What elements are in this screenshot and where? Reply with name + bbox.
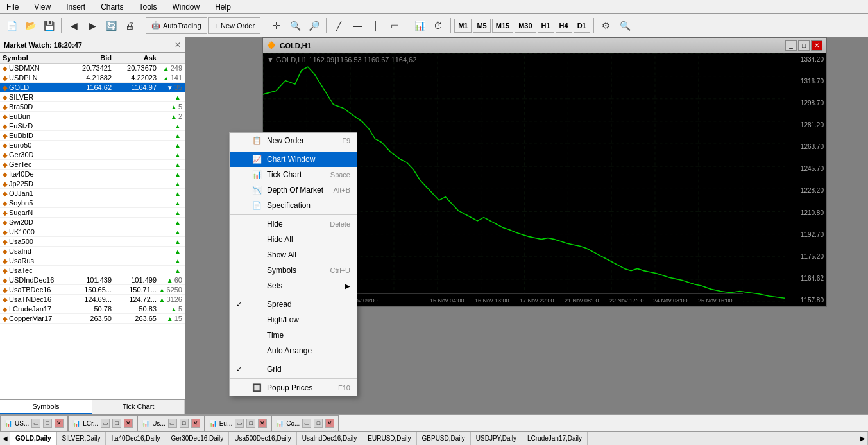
menu-help[interactable]: Help — [211, 1, 235, 13]
bottom-chart-tab[interactable]: 📊 US... ▭ □ ✕ — [0, 415, 68, 431]
ctx-item-hide[interactable]: HideDelete — [230, 216, 357, 232]
tab-maximize-btn[interactable]: □ — [112, 419, 121, 428]
ctx-item-chart-window[interactable]: 📈Chart Window — [230, 152, 357, 167]
crosshair-btn[interactable]: ✛ — [268, 17, 285, 35]
tf-m1[interactable]: M1 — [454, 19, 472, 33]
tf-d1[interactable]: D1 — [574, 19, 590, 33]
mw-row[interactable]: ◆ UsaTec ▲ — [0, 266, 185, 275]
rect-btn[interactable]: ▭ — [386, 17, 404, 35]
ctx-item-auto-arrange[interactable]: Auto Arrange — [230, 343, 357, 358]
chart-maximize-btn[interactable]: □ — [798, 40, 810, 51]
mw-row[interactable]: ◆ USDPLN 4.21882 4.22023 ▲ 141 — [0, 73, 185, 83]
mw-row[interactable]: ◆ UsaTBDec16 150.65... 150.71... ▲ 6250 — [0, 285, 185, 295]
bottom-chart-tab[interactable]: 📊 Us... ▭ □ ✕ — [137, 415, 205, 431]
mw-row[interactable]: ◆ Bra50D ▲ 5 — [0, 102, 185, 112]
chart-minimize-btn[interactable]: _ — [785, 40, 797, 51]
menu-insert[interactable]: Insert — [62, 1, 89, 13]
tab-maximize-btn[interactable]: □ — [180, 419, 189, 428]
mw-row[interactable]: ◆ EuBun ▲ 2 — [0, 112, 185, 121]
tab-restore-btn[interactable]: ▭ — [235, 419, 244, 428]
menu-view[interactable]: View — [30, 1, 55, 13]
refresh-btn[interactable]: 🔄 — [102, 17, 120, 35]
mw-row[interactable]: ◆ USDIndDec16 101.439 101.499 ▲ 60 — [0, 275, 185, 285]
ctx-item-time[interactable]: Time — [230, 327, 357, 343]
bottom-chart-tab[interactable]: 📊 Eu... ▭ □ ✕ — [205, 415, 272, 431]
mw-row[interactable]: ◆ UsaInd ▲ — [0, 247, 185, 256]
ctx-item-sets[interactable]: Sets▶ — [230, 278, 357, 293]
sym-tab-next[interactable]: ▶ — [858, 432, 868, 446]
tab-maximize-btn[interactable]: □ — [43, 419, 52, 428]
mw-row[interactable]: ◆ GOLD 1164.62 1164.97 ▼ 35 — [0, 83, 185, 92]
menu-tools[interactable]: Tools — [135, 1, 161, 13]
symbol-tab[interactable]: GBPUSD,Daily — [417, 432, 471, 446]
menu-file[interactable]: File — [3, 1, 22, 13]
ctx-item-tick-chart[interactable]: 📊Tick ChartSpace — [230, 167, 357, 182]
sym-tab-prev[interactable]: ◀ — [0, 432, 10, 446]
mw-row[interactable]: ◆ Jp225D ▲ — [0, 179, 185, 189]
new-btn[interactable]: 📄 — [3, 17, 21, 35]
save-btn[interactable]: 💾 — [40, 17, 58, 35]
ctx-item-new-order[interactable]: 📋New OrderF9 — [230, 133, 357, 148]
mw-tab-symbols[interactable]: Symbols — [0, 400, 92, 414]
autotrading-btn[interactable]: 🤖 AutoTrading — [146, 17, 207, 34]
mw-row[interactable]: ◆ USDMXN 20.73421 20.73670 ▲ 249 — [0, 64, 185, 73]
ctx-item-symbols[interactable]: SymbolsCtrl+U — [230, 263, 357, 278]
mw-row[interactable]: ◆ LCrudeJan17 50.78 50.83 ▲ 5 — [0, 304, 185, 314]
mw-row[interactable]: ◆ UsaTNDec16 124.69... 124.72... ▲ 3126 — [0, 295, 185, 304]
line-btn[interactable]: ╱ — [330, 17, 348, 35]
ctx-item-hide-all[interactable]: Hide All — [230, 232, 357, 247]
bottom-chart-tab[interactable]: 📊 LCr... ▭ □ ✕ — [68, 415, 137, 431]
symbol-tab[interactable]: USDJPY,Daily — [471, 432, 522, 446]
mw-row[interactable]: ◆ GerTec ▲ — [0, 160, 185, 170]
tab-close-btn[interactable]: ✕ — [191, 419, 200, 428]
symbol-tab[interactable]: EURUSD,Daily — [362, 432, 416, 446]
mw-row[interactable]: ◆ Ger30D ▲ — [0, 150, 185, 160]
mw-tab-tickchart[interactable]: Tick Chart — [92, 400, 185, 414]
zoom-slider[interactable]: 🔍 — [617, 17, 634, 35]
print-btn[interactable]: 🖨 — [121, 17, 139, 35]
mw-row[interactable]: ◆ OJJan1 ▲ — [0, 189, 185, 198]
settings-btn[interactable]: ⚙ — [597, 17, 615, 35]
symbol-tab[interactable]: GOLD,Daily — [10, 432, 57, 446]
tf-m5[interactable]: M5 — [473, 19, 490, 33]
ctx-item-specification[interactable]: 📄Specification — [230, 198, 357, 213]
menu-window[interactable]: Window — [169, 1, 204, 13]
symbol-tab[interactable]: LCrudeJan17,Daily — [522, 432, 588, 446]
new-order-btn[interactable]: + New Order — [208, 17, 261, 34]
mw-row[interactable]: ◆ SugarN ▲ — [0, 208, 185, 218]
bottom-chart-tab[interactable]: 📊 Co... ▭ □ ✕ — [271, 415, 339, 431]
tab-maximize-btn[interactable]: □ — [246, 419, 255, 428]
mw-row[interactable]: ◆ SILVER ▲ — [0, 92, 185, 102]
fwd-btn[interactable]: ▶ — [83, 17, 101, 35]
tab-close-btn[interactable]: ✕ — [124, 419, 133, 428]
symbol-tab[interactable]: Ger30Dec16,Daily — [166, 432, 230, 446]
vline-btn[interactable]: │ — [367, 17, 385, 35]
tf-m15[interactable]: M15 — [492, 19, 513, 33]
mw-row[interactable]: ◆ Ita40De ▲ — [0, 170, 185, 179]
symbol-tab[interactable]: UsaIndDec16,Daily — [297, 432, 363, 446]
market-watch-close-btn[interactable]: ✕ — [174, 40, 181, 49]
tf-h4[interactable]: H4 — [556, 19, 572, 33]
symbol-tab[interactable]: Ita40Dec16,Daily — [106, 432, 166, 446]
mw-row[interactable]: ◆ UsaRus ▲ — [0, 256, 185, 266]
tab-restore-btn[interactable]: ▭ — [31, 419, 40, 428]
ctx-item-show-all[interactable]: Show All — [230, 247, 357, 263]
ctx-item-popup-prices[interactable]: 🔲Popup PricesF10 — [230, 380, 357, 396]
zoom-in-btn[interactable]: 🔍 — [286, 17, 304, 35]
zoom-out-btn[interactable]: 🔎 — [305, 17, 323, 35]
period-sep-btn[interactable]: ⏱ — [429, 17, 447, 35]
tab-close-btn[interactable]: ✕ — [258, 419, 267, 428]
ctx-item-depth-of-market[interactable]: 📉Depth Of MarketAlt+B — [230, 182, 357, 198]
tf-h1[interactable]: H1 — [538, 19, 554, 33]
tab-close-btn[interactable]: ✕ — [325, 419, 334, 428]
tab-restore-btn[interactable]: ▭ — [302, 419, 311, 428]
chart-close-btn[interactable]: ✕ — [811, 40, 822, 51]
ctx-item-spread[interactable]: ✓Spread — [230, 297, 357, 312]
mw-row[interactable]: ◆ EuBbID ▲ — [0, 131, 185, 141]
mw-row[interactable]: ◆ UK1000 ▲ — [0, 227, 185, 237]
tab-restore-btn[interactable]: ▭ — [101, 419, 110, 428]
tf-m30[interactable]: M30 — [515, 19, 536, 33]
mw-row[interactable]: ◆ Soybn5 ▲ — [0, 198, 185, 208]
ctx-item-high-low[interactable]: High/Low — [230, 312, 357, 327]
symbol-tab[interactable]: Usa500Dec16,Daily — [229, 432, 296, 446]
